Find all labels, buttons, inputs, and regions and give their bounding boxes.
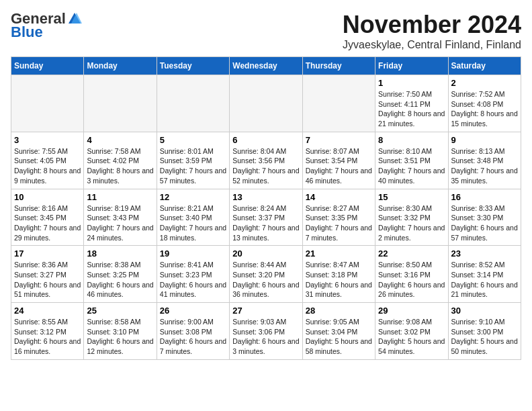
day-info: Sunrise: 8:47 AM Sunset: 3:18 PM Dayligh… — [306, 260, 372, 300]
calendar-cell: 2Sunrise: 7:52 AM Sunset: 4:08 PM Daylig… — [448, 75, 521, 132]
calendar-cell: 11Sunrise: 8:19 AM Sunset: 3:43 PM Dayli… — [84, 189, 157, 246]
day-info: Sunrise: 8:38 AM Sunset: 3:25 PM Dayligh… — [87, 260, 153, 300]
weekday-header: Saturday — [448, 57, 521, 75]
day-number: 21 — [306, 248, 372, 259]
weekday-header: Thursday — [302, 57, 375, 75]
day-info: Sunrise: 7:50 AM Sunset: 4:11 PM Dayligh… — [378, 89, 445, 129]
calendar-cell: 1Sunrise: 7:50 AM Sunset: 4:11 PM Daylig… — [375, 75, 448, 132]
calendar-cell: 14Sunrise: 8:27 AM Sunset: 3:35 PM Dayli… — [302, 189, 375, 246]
day-number: 7 — [306, 135, 372, 145]
day-info: Sunrise: 8:27 AM Sunset: 3:35 PM Dayligh… — [306, 203, 372, 243]
day-info: Sunrise: 9:10 AM Sunset: 3:00 PM Dayligh… — [451, 317, 518, 357]
calendar-cell: 4Sunrise: 7:58 AM Sunset: 4:02 PM Daylig… — [84, 132, 157, 189]
day-number: 1 — [378, 78, 445, 88]
day-info: Sunrise: 8:30 AM Sunset: 3:32 PM Dayligh… — [378, 203, 445, 243]
calendar-cell — [157, 75, 229, 132]
calendar-cell: 27Sunrise: 9:03 AM Sunset: 3:06 PM Dayli… — [230, 303, 302, 360]
day-number: 19 — [160, 248, 226, 259]
day-number: 29 — [378, 306, 445, 316]
day-number: 3 — [14, 135, 81, 145]
weekday-header: Tuesday — [157, 57, 229, 75]
calendar-cell: 24Sunrise: 8:55 AM Sunset: 3:12 PM Dayli… — [11, 303, 84, 360]
day-number: 27 — [232, 306, 299, 316]
day-info: Sunrise: 7:55 AM Sunset: 4:05 PM Dayligh… — [14, 146, 81, 186]
day-number: 28 — [306, 306, 372, 316]
calendar-cell: 13Sunrise: 8:24 AM Sunset: 3:37 PM Dayli… — [230, 189, 302, 246]
day-info: Sunrise: 9:05 AM Sunset: 3:04 PM Dayligh… — [306, 317, 372, 357]
day-info: Sunrise: 7:52 AM Sunset: 4:08 PM Dayligh… — [451, 89, 518, 129]
day-number: 10 — [14, 192, 81, 202]
weekday-header-row: SundayMondayTuesdayWednesdayThursdayFrid… — [11, 57, 521, 75]
logo-blue: Blue — [11, 24, 43, 40]
page-header: General Blue November 2024 Jyvaeskylae, … — [11, 11, 521, 51]
day-info: Sunrise: 8:44 AM Sunset: 3:20 PM Dayligh… — [232, 260, 299, 300]
day-info: Sunrise: 8:21 AM Sunset: 3:40 PM Dayligh… — [160, 203, 226, 243]
day-info: Sunrise: 8:24 AM Sunset: 3:37 PM Dayligh… — [232, 203, 299, 243]
calendar-cell: 23Sunrise: 8:52 AM Sunset: 3:14 PM Dayli… — [448, 246, 521, 303]
day-info: Sunrise: 7:58 AM Sunset: 4:02 PM Dayligh… — [87, 146, 153, 186]
calendar-cell: 15Sunrise: 8:30 AM Sunset: 3:32 PM Dayli… — [375, 189, 448, 246]
logo-icon — [67, 11, 82, 26]
calendar-cell: 9Sunrise: 8:13 AM Sunset: 3:48 PM Daylig… — [448, 132, 521, 189]
calendar-cell: 8Sunrise: 8:10 AM Sunset: 3:51 PM Daylig… — [375, 132, 448, 189]
day-number: 18 — [87, 248, 153, 259]
day-number: 14 — [306, 192, 372, 202]
day-number: 13 — [232, 192, 299, 202]
calendar-cell: 5Sunrise: 8:01 AM Sunset: 3:59 PM Daylig… — [157, 132, 229, 189]
day-number: 20 — [232, 248, 299, 259]
day-info: Sunrise: 8:07 AM Sunset: 3:54 PM Dayligh… — [306, 146, 372, 186]
calendar-cell: 29Sunrise: 9:08 AM Sunset: 3:02 PM Dayli… — [375, 303, 448, 360]
calendar-cell: 20Sunrise: 8:44 AM Sunset: 3:20 PM Dayli… — [230, 246, 302, 303]
calendar-table: SundayMondayTuesdayWednesdayThursdayFrid… — [11, 56, 521, 360]
calendar-cell: 25Sunrise: 8:58 AM Sunset: 3:10 PM Dayli… — [84, 303, 157, 360]
day-info: Sunrise: 8:55 AM Sunset: 3:12 PM Dayligh… — [14, 317, 81, 357]
calendar-cell — [230, 75, 302, 132]
day-number: 30 — [451, 306, 518, 316]
day-number: 6 — [232, 135, 299, 145]
day-number: 24 — [14, 306, 81, 316]
weekday-header: Wednesday — [230, 57, 302, 75]
day-number: 15 — [378, 192, 445, 202]
calendar-cell: 18Sunrise: 8:38 AM Sunset: 3:25 PM Dayli… — [84, 246, 157, 303]
calendar-cell: 22Sunrise: 8:50 AM Sunset: 3:16 PM Dayli… — [375, 246, 448, 303]
day-number: 16 — [451, 192, 518, 202]
weekday-header: Friday — [375, 57, 448, 75]
day-info: Sunrise: 9:00 AM Sunset: 3:08 PM Dayligh… — [160, 317, 226, 357]
calendar-cell: 17Sunrise: 8:36 AM Sunset: 3:27 PM Dayli… — [11, 246, 84, 303]
day-number: 11 — [87, 192, 153, 202]
weekday-header: Sunday — [11, 57, 84, 75]
calendar-week-row: 24Sunrise: 8:55 AM Sunset: 3:12 PM Dayli… — [11, 303, 521, 360]
calendar-week-row: 3Sunrise: 7:55 AM Sunset: 4:05 PM Daylig… — [11, 132, 521, 189]
day-info: Sunrise: 8:10 AM Sunset: 3:51 PM Dayligh… — [378, 146, 445, 186]
day-info: Sunrise: 8:13 AM Sunset: 3:48 PM Dayligh… — [451, 146, 518, 186]
day-info: Sunrise: 9:08 AM Sunset: 3:02 PM Dayligh… — [378, 317, 445, 357]
day-number: 4 — [87, 135, 153, 145]
calendar-cell: 21Sunrise: 8:47 AM Sunset: 3:18 PM Dayli… — [302, 246, 375, 303]
day-number: 25 — [87, 306, 153, 316]
calendar-week-row: 17Sunrise: 8:36 AM Sunset: 3:27 PM Dayli… — [11, 246, 521, 303]
title-area: November 2024 Jyvaeskylae, Central Finla… — [343, 11, 521, 51]
day-info: Sunrise: 8:33 AM Sunset: 3:30 PM Dayligh… — [451, 203, 518, 243]
day-info: Sunrise: 8:04 AM Sunset: 3:56 PM Dayligh… — [232, 146, 299, 186]
day-info: Sunrise: 8:50 AM Sunset: 3:16 PM Dayligh… — [378, 260, 445, 300]
calendar-cell: 28Sunrise: 9:05 AM Sunset: 3:04 PM Dayli… — [302, 303, 375, 360]
month-title: November 2024 — [343, 11, 521, 39]
day-number: 2 — [451, 78, 518, 88]
day-number: 5 — [160, 135, 226, 145]
day-info: Sunrise: 9:03 AM Sunset: 3:06 PM Dayligh… — [232, 317, 299, 357]
calendar-week-row: 10Sunrise: 8:16 AM Sunset: 3:45 PM Dayli… — [11, 189, 521, 246]
day-info: Sunrise: 8:41 AM Sunset: 3:23 PM Dayligh… — [160, 260, 226, 300]
weekday-header: Monday — [84, 57, 157, 75]
day-info: Sunrise: 8:36 AM Sunset: 3:27 PM Dayligh… — [14, 260, 81, 300]
logo: General Blue — [11, 11, 82, 40]
calendar-cell — [84, 75, 157, 132]
day-number: 22 — [378, 248, 445, 259]
day-number: 9 — [451, 135, 518, 145]
calendar-cell: 26Sunrise: 9:00 AM Sunset: 3:08 PM Dayli… — [157, 303, 229, 360]
calendar-cell: 6Sunrise: 8:04 AM Sunset: 3:56 PM Daylig… — [230, 132, 302, 189]
calendar-cell: 7Sunrise: 8:07 AM Sunset: 3:54 PM Daylig… — [302, 132, 375, 189]
day-number: 17 — [14, 248, 81, 259]
calendar-cell: 16Sunrise: 8:33 AM Sunset: 3:30 PM Dayli… — [448, 189, 521, 246]
calendar-cell: 30Sunrise: 9:10 AM Sunset: 3:00 PM Dayli… — [448, 303, 521, 360]
calendar-cell — [302, 75, 375, 132]
